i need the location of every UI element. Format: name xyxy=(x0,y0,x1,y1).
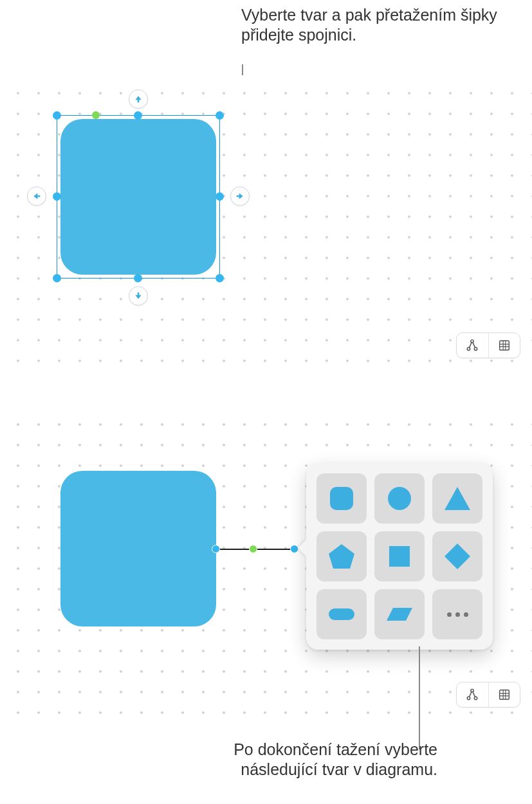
parallelogram-icon xyxy=(384,599,415,630)
callout-bottom: Po dokončení tažení vyberte následující … xyxy=(167,740,437,780)
grid-icon xyxy=(497,688,511,702)
shape-option-triangle[interactable] xyxy=(432,473,482,524)
canvas-top[interactable] xyxy=(0,75,532,370)
canvas-mini-toolbar xyxy=(456,682,520,708)
svg-point-1 xyxy=(468,347,470,350)
capsule-icon xyxy=(326,599,357,630)
arrow-left-icon xyxy=(32,191,42,201)
shape-option-parallelogram[interactable] xyxy=(374,589,425,639)
grid-mode-button[interactable] xyxy=(489,682,520,707)
shape-option-square[interactable] xyxy=(374,531,425,581)
svg-point-8 xyxy=(471,689,473,691)
svg-rect-11 xyxy=(499,690,509,700)
diagram-icon xyxy=(465,338,479,352)
diagram-mode-button[interactable] xyxy=(457,333,489,358)
diagram-mode-button[interactable] xyxy=(457,682,489,707)
canvas-bottom[interactable] xyxy=(0,407,532,719)
arrow-up-icon xyxy=(133,94,143,104)
callout-leader-bottom xyxy=(419,646,420,749)
connector-arrow-left[interactable] xyxy=(27,187,46,206)
diagram-icon xyxy=(465,688,479,702)
shape[interactable] xyxy=(60,471,216,626)
arrow-down-icon xyxy=(133,291,143,301)
shape-option-rounded-square[interactable] xyxy=(316,473,367,524)
svg-point-10 xyxy=(475,697,477,699)
svg-rect-3 xyxy=(499,341,509,351)
shape-option-diamond[interactable] xyxy=(432,531,482,581)
callout-top: Vyberte tvar a pak přetažením šipky přid… xyxy=(241,5,518,46)
triangle-icon xyxy=(442,483,473,514)
square-icon xyxy=(384,541,415,572)
grid-icon xyxy=(497,338,511,352)
svg-point-5 xyxy=(388,487,411,510)
svg-point-9 xyxy=(468,697,470,699)
svg-rect-4 xyxy=(330,487,353,510)
connector-handle-mid[interactable] xyxy=(249,545,257,553)
shape-picker-popover xyxy=(306,463,493,650)
connector-arrow-up[interactable] xyxy=(129,89,148,109)
circle-icon xyxy=(384,483,415,514)
shape-option-capsule[interactable] xyxy=(316,589,367,639)
svg-rect-6 xyxy=(389,546,410,567)
shape-option-circle[interactable] xyxy=(374,473,425,524)
connector-arrow-down[interactable] xyxy=(129,286,148,306)
selected-shape[interactable] xyxy=(60,119,216,275)
svg-point-2 xyxy=(475,347,477,350)
svg-point-0 xyxy=(471,340,473,342)
shape-option-pentagon[interactable] xyxy=(316,531,367,581)
grid-mode-button[interactable] xyxy=(489,333,520,358)
pentagon-icon xyxy=(326,541,357,572)
diamond-icon xyxy=(442,541,473,572)
connector-arrow-right[interactable] xyxy=(230,187,250,206)
canvas-mini-toolbar xyxy=(456,333,520,358)
ellipsis-icon xyxy=(447,612,468,617)
connector-handle-start[interactable] xyxy=(212,545,220,553)
arrow-right-icon xyxy=(235,191,245,201)
rounded-square-icon xyxy=(326,483,357,514)
shape-option-more[interactable] xyxy=(432,589,482,639)
shape-grid xyxy=(316,473,482,639)
svg-rect-7 xyxy=(329,608,354,620)
